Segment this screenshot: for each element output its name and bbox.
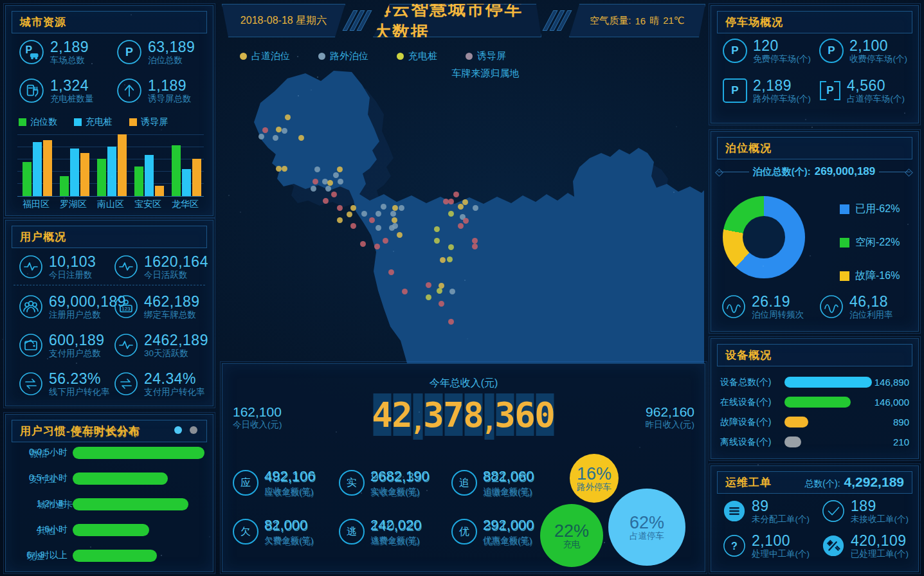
habit-label-back: 微信	[30, 448, 48, 460]
yesterday-income-value: 962,160	[646, 404, 695, 420]
map-dot	[389, 225, 395, 231]
panel-title-user-overview: 用户概况	[12, 226, 207, 248]
city-stat-label: 充电桩数量	[50, 94, 94, 104]
carousel-dots	[174, 426, 197, 434]
user-stat-value: 1620,164	[144, 254, 208, 269]
air-quality-label: 空气质量:	[590, 15, 631, 27]
user-habits-title-prefix: 用户习惯-	[20, 425, 71, 437]
map-dot	[325, 186, 331, 192]
map-legend-label: 充电桩	[408, 50, 437, 62]
ops-stat-label: 处理中工单(个)	[752, 550, 810, 559]
map-dot	[453, 192, 459, 197]
chart-legend-item: 充电桩	[74, 116, 113, 128]
svg-text:123: 123	[122, 306, 131, 312]
today-income: 162,100 今日收入(元)	[233, 404, 282, 430]
bubble-label: 路外停车	[577, 483, 611, 492]
star-decor	[119, 279, 120, 280]
user-habits-title-back: 支付方式分布	[71, 425, 141, 440]
star-decor	[811, 127, 813, 128]
bar-泊位数	[23, 162, 32, 196]
ratio-bubble: 62%占道停车	[608, 489, 685, 566]
parking-p-icon: P	[723, 78, 747, 103]
map-dot	[397, 232, 403, 238]
parking-stat-value: 120	[753, 38, 811, 53]
device-row: 设备总数(个)146,890	[720, 372, 909, 392]
pulse-icon	[19, 255, 43, 279]
star-decor	[361, 492, 362, 494]
carousel-dot[interactable]	[190, 426, 197, 434]
city-stat-value: 1,189	[148, 78, 192, 93]
ops-stat: ?2,100处理中工单(个)	[723, 533, 810, 559]
star-decor	[228, 195, 230, 196]
berth-stat: 46,18泊位利用率	[819, 294, 893, 320]
map-dot	[449, 289, 455, 294]
pulse-icon	[114, 255, 138, 279]
fee-label: 欠费金额(笔)欠费笔数(元)	[264, 535, 314, 546]
fee-label-back: 追缴笔数(元)	[484, 487, 533, 499]
user-stat-value: 2462,189	[144, 332, 208, 348]
device-row-value: 146,000	[874, 397, 909, 408]
map-dot	[392, 217, 397, 223]
map-dot	[399, 205, 404, 211]
fee-stat: 欠82,00081,000欠费金额(笔)欠费笔数(元)	[233, 517, 339, 546]
star-decor	[604, 542, 605, 543]
bubble-label: 充电	[563, 540, 581, 549]
bar-充电桩	[33, 142, 42, 196]
x-axis-label: 南山区	[92, 199, 129, 210]
habit-label-back: 支付宝	[30, 474, 57, 485]
map-dot	[448, 199, 454, 204]
fee-value: 292,000391,000	[483, 517, 534, 534]
habit-row: 1-2小时城市通卡	[6, 498, 213, 511]
city-stat: 1,324充电桩数量	[19, 78, 94, 104]
map-legend-item: 占道泊位	[240, 50, 290, 62]
district-bar-chart-categories: 福田区罗湖区南山区宝安区龙华区	[17, 199, 204, 210]
air-quality-value: 16	[635, 15, 646, 26]
panel-title-device-overview: 设备概况	[717, 344, 912, 366]
board-digit: 3	[496, 393, 514, 436]
map-legend-item: 充电桩	[397, 50, 437, 62]
city-stat-label: 诱导屏总数	[148, 94, 192, 104]
map-dot	[369, 217, 375, 223]
map-dot	[447, 256, 453, 262]
habit-bar	[73, 473, 168, 485]
panel-title-user-habits: 用户习惯-停车时长分布支付方式分布	[12, 420, 207, 442]
bar-泊位数	[60, 176, 69, 196]
user-stat-value: 600,189	[49, 332, 105, 348]
chart-legend-label: 泊位数	[30, 116, 57, 128]
fee-value-back: 9662,390	[371, 469, 430, 486]
user-stat: 24.34%支付用户转化率	[114, 371, 205, 397]
donut-legend-item: 故障-16%	[840, 269, 900, 283]
device-row-value: 890	[893, 417, 909, 428]
ops-total-value: 4,292,189	[844, 474, 904, 490]
user-stat: 600,189支付用户总数	[19, 332, 105, 358]
diamond-line-right	[879, 172, 910, 172]
carousel-dot[interactable]	[174, 426, 182, 434]
fee-label-back: 应收笔数(元)	[265, 487, 314, 499]
star-decor	[317, 76, 318, 78]
device-row-label: 离线设备(个)	[720, 437, 782, 448]
device-bar-rows: 设备总数(个)146,890在线设备(个)146,000故障设备(个)890离线…	[720, 372, 909, 452]
map-dot	[350, 223, 356, 229]
map-dot	[434, 226, 440, 232]
star-decor	[311, 89, 312, 91]
parking-stat-value: 2,100	[849, 38, 907, 53]
map-dot	[314, 166, 320, 172]
board-digit: 2	[394, 393, 412, 436]
berth-total-value: 269,000,189	[815, 165, 876, 178]
user-stat-value: 56.23%	[49, 371, 110, 386]
header-slash-decor-left	[348, 4, 367, 37]
panel-title-berth-overview: 泊位概况	[717, 137, 912, 159]
star-decor	[90, 546, 91, 548]
map-dot	[440, 257, 446, 263]
board-digit: 0	[536, 393, 554, 436]
weather-text: 晴	[649, 15, 659, 27]
map-dot	[323, 198, 329, 204]
device-row-bar	[784, 417, 808, 428]
star-decor	[131, 14, 132, 15]
map-legend-label: 路外泊位	[330, 50, 368, 62]
map-dot	[473, 205, 478, 211]
ops-stat-label: 已处理工单(个)	[851, 550, 909, 559]
star-decor	[426, 490, 428, 491]
legend-swatch-icon	[840, 204, 849, 214]
fee-stats-grid: 应492,106482,100应收金额(笔)应收笔数(元)实2682,19096…	[233, 468, 554, 546]
